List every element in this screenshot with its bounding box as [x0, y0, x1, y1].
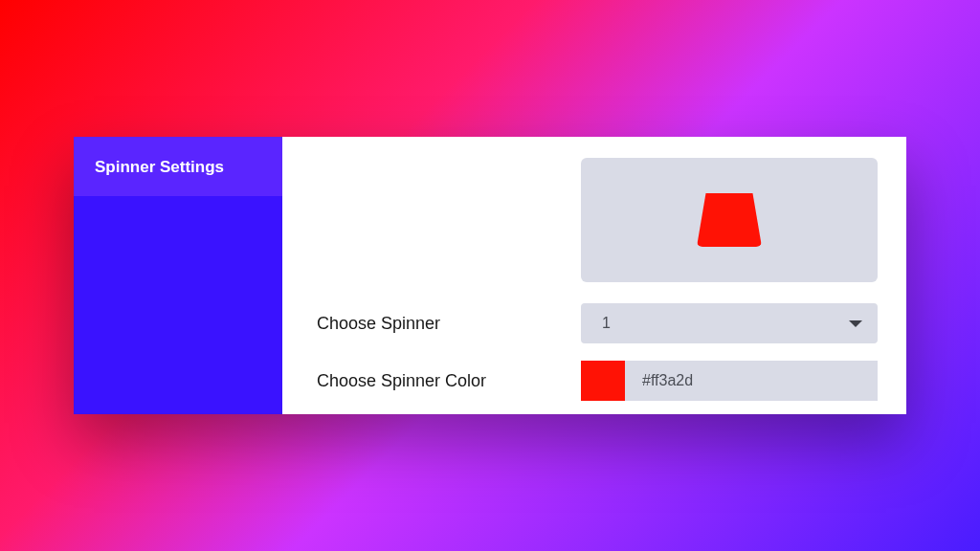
choose-spinner-label: Choose Spinner: [317, 314, 440, 334]
sidebar: Spinner Settings: [74, 137, 282, 414]
row-choose-spinner: Choose Spinner 1: [317, 303, 878, 343]
row-choose-color: Choose Spinner Color: [317, 361, 878, 401]
color-picker: [581, 361, 878, 401]
spinner-preview: [581, 158, 878, 282]
sidebar-tab-spinner-settings[interactable]: Spinner Settings: [74, 137, 282, 196]
main-content: Choose Spinner 1 Choose Spinner Color: [282, 137, 906, 414]
color-hex-input[interactable]: [625, 361, 878, 401]
spinner-select-value: 1: [602, 315, 611, 332]
spinner-shape: [697, 193, 762, 247]
settings-panel: Spinner Settings Choose Spinner 1 Choose…: [74, 137, 906, 414]
preview-row: [317, 158, 878, 282]
color-swatch[interactable]: [581, 361, 625, 401]
spinner-select[interactable]: 1: [581, 303, 878, 343]
choose-color-label: Choose Spinner Color: [317, 371, 486, 391]
chevron-down-icon: [849, 320, 862, 327]
